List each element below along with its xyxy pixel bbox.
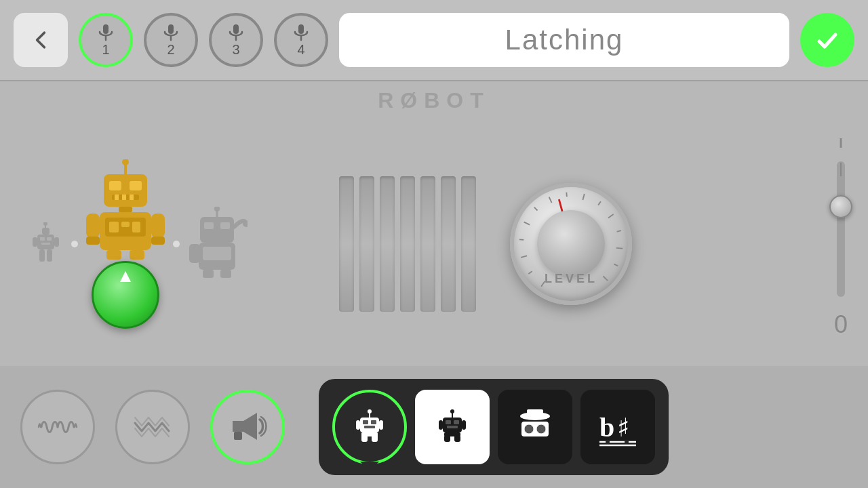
latching-label: Latching xyxy=(505,24,624,56)
svg-rect-11 xyxy=(41,243,50,245)
svg-line-54 xyxy=(521,256,527,257)
robot-medium-right xyxy=(186,207,248,281)
dot-1 xyxy=(71,241,78,247)
svg-rect-73 xyxy=(364,426,375,428)
svg-rect-25 xyxy=(122,195,126,200)
svg-rect-16 xyxy=(33,237,37,247)
robot-small-left xyxy=(27,222,64,266)
svg-rect-32 xyxy=(109,222,119,232)
svg-line-55 xyxy=(519,239,524,240)
svg-rect-50 xyxy=(203,270,214,278)
svg-line-57 xyxy=(534,207,538,211)
svg-rect-84 xyxy=(447,426,458,428)
svg-point-105 xyxy=(625,440,629,444)
svg-point-95 xyxy=(524,424,534,434)
level-knob[interactable]: LEVEL xyxy=(510,183,632,305)
vu-bar-7 xyxy=(461,176,476,312)
svg-rect-39 xyxy=(106,250,121,260)
mic-button-1[interactable]: 1 xyxy=(79,13,133,67)
level-section: LEVEL xyxy=(483,129,659,319)
svg-rect-87 xyxy=(439,420,443,430)
svg-rect-20 xyxy=(104,174,147,207)
svg-rect-76 xyxy=(356,420,360,430)
style-robot-2[interactable] xyxy=(415,390,490,464)
svg-point-104 xyxy=(606,440,610,444)
slider-value: 0 xyxy=(834,310,848,339)
vu-bar-2 xyxy=(359,176,374,312)
svg-line-56 xyxy=(524,222,530,225)
style-robot-3[interactable] xyxy=(498,390,572,464)
svg-rect-40 xyxy=(130,250,144,260)
slider-track[interactable] xyxy=(837,161,845,297)
svg-line-66 xyxy=(604,277,608,281)
style-robot-4[interactable]: b ♯ xyxy=(580,390,655,464)
svg-point-28 xyxy=(122,159,129,165)
megaphone-button[interactable] xyxy=(210,390,285,464)
svg-point-86 xyxy=(450,409,454,413)
green-knob[interactable] xyxy=(92,261,159,329)
mic-1-label: 1 xyxy=(102,42,109,58)
svg-text:♯: ♯ xyxy=(617,413,629,442)
svg-rect-71 xyxy=(363,420,368,424)
latching-button[interactable]: Latching xyxy=(339,13,789,67)
slider-thumb[interactable] xyxy=(829,195,852,218)
mic-3-label: 3 xyxy=(232,42,239,58)
svg-line-65 xyxy=(614,264,618,266)
vu-bar-5 xyxy=(420,176,435,312)
zigzag-button[interactable] xyxy=(115,390,190,464)
robot-active[interactable] xyxy=(85,159,166,329)
back-button[interactable] xyxy=(14,13,68,67)
level-label: LEVEL xyxy=(545,272,597,286)
mic-4-label: 4 xyxy=(297,42,304,58)
mic-button-3[interactable]: 3 xyxy=(209,13,263,67)
svg-line-60 xyxy=(583,194,584,200)
svg-rect-4 xyxy=(233,24,239,34)
svg-rect-83 xyxy=(454,420,459,424)
mic-2-label: 2 xyxy=(167,42,174,58)
svg-rect-29 xyxy=(119,207,132,212)
svg-rect-10 xyxy=(47,237,52,241)
svg-rect-81 xyxy=(443,418,462,432)
svg-line-58 xyxy=(549,197,552,203)
check-button[interactable] xyxy=(800,13,854,67)
bottom-bar: b ♯ xyxy=(0,366,868,488)
svg-rect-41 xyxy=(200,217,234,243)
svg-rect-24 xyxy=(115,195,119,200)
vu-bar-1 xyxy=(339,176,354,312)
svg-rect-17 xyxy=(54,237,59,247)
mic-button-4[interactable]: 4 xyxy=(274,13,328,67)
svg-rect-35 xyxy=(86,214,100,238)
mic-button-2[interactable]: 2 xyxy=(144,13,198,67)
svg-rect-70 xyxy=(360,418,379,432)
svg-rect-90 xyxy=(444,435,450,442)
svg-rect-51 xyxy=(220,270,231,278)
svg-rect-37 xyxy=(86,237,100,245)
svg-rect-0 xyxy=(103,24,108,34)
svg-rect-26 xyxy=(130,195,134,200)
svg-rect-21 xyxy=(109,181,121,190)
svg-rect-88 xyxy=(462,420,466,430)
svg-rect-72 xyxy=(371,420,376,424)
svg-rect-93 xyxy=(527,409,543,418)
svg-rect-18 xyxy=(39,249,45,262)
svg-line-61 xyxy=(598,201,601,205)
vu-bar-6 xyxy=(441,176,456,312)
slider-line xyxy=(840,163,842,176)
svg-rect-49 xyxy=(203,247,231,260)
svg-text:b: b xyxy=(599,412,614,443)
svg-rect-33 xyxy=(121,222,130,227)
svg-rect-82 xyxy=(446,420,451,424)
svg-rect-77 xyxy=(379,420,383,430)
svg-rect-69 xyxy=(234,432,242,440)
svg-point-45 xyxy=(214,207,220,211)
slider-section: I 0 xyxy=(814,95,868,352)
vu-meter xyxy=(332,129,483,319)
svg-point-96 xyxy=(536,424,546,434)
slider-top-label: I xyxy=(839,136,843,151)
waves-button[interactable] xyxy=(20,390,95,464)
vu-bar-4 xyxy=(400,176,415,312)
svg-line-62 xyxy=(608,214,614,218)
svg-rect-22 xyxy=(130,181,142,190)
svg-rect-34 xyxy=(132,222,140,232)
style-robot-1[interactable] xyxy=(332,390,407,464)
